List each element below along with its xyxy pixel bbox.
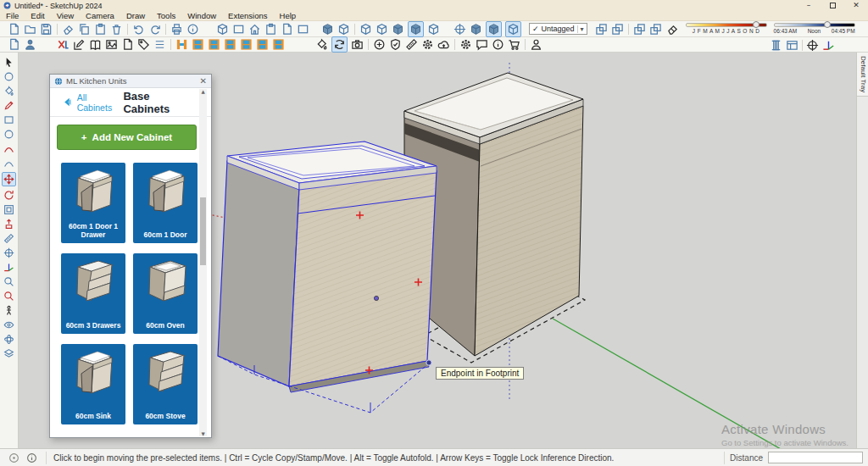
library-icon[interactable] (89, 38, 102, 51)
menu-file[interactable]: File (0, 11, 25, 21)
page-icon[interactable] (281, 23, 293, 36)
base-cabinet-icon[interactable] (192, 38, 204, 51)
components-icon[interactable] (232, 23, 245, 36)
sync-selected[interactable] (331, 36, 348, 53)
share-model-icon[interactable] (264, 23, 277, 36)
model-info-icon[interactable] (186, 23, 199, 36)
iso-view-icon[interactable] (453, 23, 466, 36)
menu-tools[interactable]: Tools (151, 11, 181, 21)
tape-measure-icon[interactable] (3, 233, 14, 244)
look-around-icon[interactable] (3, 319, 14, 330)
cabinet-selected[interactable] (218, 141, 437, 413)
time-slider-track[interactable] (774, 23, 855, 27)
paint-bucket-icon[interactable] (3, 86, 14, 97)
close-button[interactable]: ✕ (844, 0, 868, 11)
intersect-icon[interactable] (649, 23, 662, 36)
zoom-tool-icon[interactable] (3, 276, 14, 287)
back-edges-icon[interactable] (321, 23, 334, 36)
wall-cabinet-icon[interactable] (208, 38, 220, 51)
trim-icon[interactable] (633, 23, 646, 36)
time-slider-handle[interactable] (824, 21, 831, 28)
two-point-arc-icon[interactable] (3, 158, 14, 169)
solid-check-icon[interactable] (315, 38, 328, 51)
monochrome-icon[interactable] (427, 23, 440, 36)
shaded-icon[interactable] (392, 23, 404, 36)
protractor-icon[interactable] (3, 247, 14, 258)
union-icon[interactable] (595, 23, 608, 36)
corner-cabinet-icon[interactable] (240, 38, 253, 51)
undo-icon[interactable] (132, 23, 145, 36)
list-icon[interactable] (153, 38, 166, 51)
subtract-icon[interactable] (611, 23, 624, 36)
lasso-tool-icon[interactable] (3, 71, 14, 82)
cabinet-card-60cm-sink[interactable]: 60cm Sink (61, 344, 125, 424)
ml-kitchen-units-dialog[interactable]: ML Kitchen Units ✕ All Cabinets Base Cab… (49, 74, 212, 438)
settings-gear-icon[interactable] (421, 38, 434, 51)
shaded-textures-selected[interactable] (408, 21, 424, 37)
worktop-icon[interactable] (256, 38, 269, 51)
front-view-selected[interactable] (486, 21, 502, 37)
tag-icon[interactable] (137, 38, 150, 51)
cabinet-card-60cm-1-door[interactable]: 60cm 1 Door (133, 163, 198, 243)
dialog-scrollbar[interactable]: ▲ ▼ (199, 89, 207, 436)
back-to-all-cabinets[interactable]: All Cabinets (62, 92, 123, 113)
perspective-selected[interactable] (505, 21, 521, 37)
move-tool-selected[interactable] (2, 172, 16, 186)
redo-icon[interactable] (148, 23, 161, 36)
rotate-tool-icon[interactable] (3, 190, 14, 201)
cabinet-card-60cm-oven[interactable]: 60cm Oven (133, 253, 198, 334)
menu-edit[interactable]: Edit (25, 11, 50, 21)
zoom-extents-icon[interactable] (3, 291, 14, 302)
dialog-close-button[interactable]: ✕ (200, 75, 207, 88)
menu-camera[interactable]: Camera (80, 11, 120, 21)
paste-icon[interactable] (94, 23, 107, 36)
shield-icon[interactable] (389, 38, 402, 51)
eraser-icon[interactable] (62, 23, 75, 36)
orbit-tool-icon[interactable] (3, 334, 14, 345)
section-plane-icon[interactable] (770, 39, 782, 52)
restore-button[interactable] (821, 0, 844, 11)
cutlist-icon[interactable] (121, 38, 134, 51)
cabinet-card-60cm-3-drawers[interactable]: 60cm 3 Drawers (61, 253, 125, 334)
delete-icon[interactable] (110, 23, 123, 36)
offset-tool-icon[interactable] (3, 204, 14, 215)
axes-circle-icon[interactable] (806, 39, 819, 52)
copy-icon[interactable] (78, 23, 91, 36)
menu-view[interactable]: View (51, 11, 80, 21)
hidden-line-icon[interactable] (376, 23, 388, 36)
rectangle-tool-icon[interactable] (3, 114, 14, 125)
open-file-icon[interactable] (24, 23, 36, 36)
date-slider-handle[interactable] (753, 21, 760, 28)
save-icon[interactable] (40, 23, 53, 36)
credits-status-icon[interactable] (26, 452, 37, 463)
preferences-icon[interactable] (459, 38, 472, 51)
render-icon[interactable] (105, 38, 118, 51)
xray-icon[interactable] (359, 23, 372, 36)
sign-in-icon[interactable] (24, 38, 36, 51)
axes-icon[interactable] (3, 262, 14, 273)
scroll-down-icon[interactable]: ▼ (199, 431, 207, 436)
cloud-upload-icon[interactable] (437, 38, 450, 51)
default-tray-label[interactable]: Default Tray (857, 53, 868, 97)
geolocation-status-icon[interactable] (8, 452, 19, 463)
scrollbar-thumb[interactable] (200, 197, 206, 265)
menu-help[interactable]: Help (274, 11, 303, 21)
print-icon[interactable] (170, 23, 183, 36)
minimize-button[interactable]: – (797, 0, 821, 11)
store-cart-icon[interactable] (508, 38, 520, 51)
camera-icon[interactable] (351, 38, 364, 51)
ruler-icon[interactable] (405, 38, 418, 51)
dialog-titlebar[interactable]: ML Kitchen Units ✕ (50, 75, 211, 88)
menu-window[interactable]: Window (181, 11, 222, 21)
pan-tool-icon[interactable] (3, 348, 14, 359)
ml-logo-icon[interactable] (57, 38, 70, 51)
tag-dropdown[interactable]: ✓ Untagged ▾ (529, 23, 587, 35)
shadow-date-slider[interactable]: J F M A M J J A S O N D (686, 23, 767, 34)
default-tray-strip[interactable]: Default Tray (856, 53, 868, 448)
shadow-time-slider[interactable]: 06:43 AM Noon 04:45 PM (774, 23, 855, 34)
axes-tool-icon[interactable] (822, 39, 835, 52)
account-icon[interactable] (530, 38, 542, 51)
warehouse-icon[interactable] (216, 23, 229, 36)
edit-cabinet-icon[interactable] (73, 38, 86, 51)
ml-home-icon[interactable] (175, 38, 188, 51)
